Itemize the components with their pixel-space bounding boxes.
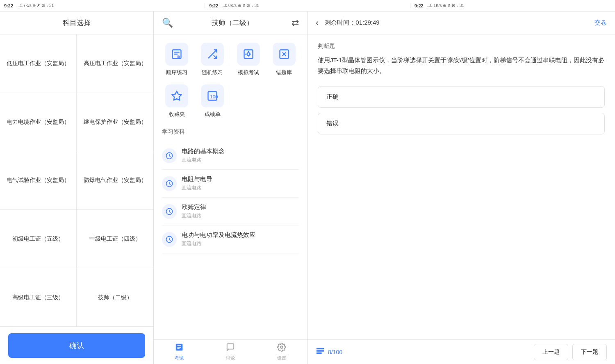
favorites-icon	[165, 84, 188, 107]
material-info: 电路的基本概念 直流电路	[182, 148, 299, 164]
question-text: 使用JT-1型晶体管图示仪，当阶梯选择开关置于'毫安/级'位置时，阶梯信号不会通…	[318, 55, 605, 76]
confirm-btn-area: 确认	[0, 327, 153, 364]
wrong-questions-label: 错题库	[276, 69, 292, 76]
nav-settings[interactable]: 设置	[256, 340, 307, 364]
practice-grid-1: 顺序练习 随机练习 模拟考试	[162, 43, 299, 76]
status-section-3: 9:22 ...0.1K/s ⊕ ✗ ⊠ ≈ 31	[410, 3, 615, 8]
status-section-2: 9:22 ...0.0K/s ⊕ ✗ ⊠ ≈ 31	[205, 3, 410, 8]
subject-item[interactable]: 高压电工作业（安监局）	[77, 34, 153, 93]
status-signals-1: ...1.7K/s ⊕ ✗ ⊠ ≈ 31	[16, 3, 54, 8]
practice-wrong-questions[interactable]: 错题库	[269, 43, 299, 76]
material-item[interactable]: 欧姆定律 直流电路	[162, 198, 299, 225]
subjects-grid: 低压电工作业（安监局）高压电工作业（安监局）电力电缆作业（安监局）继电保护作业（…	[0, 34, 153, 327]
status-signals-3: ...0.1K/s ⊕ ✗ ⊠ ≈ 31	[427, 3, 464, 8]
status-time-1: 9:22	[4, 3, 13, 8]
score-icon: 100	[201, 84, 224, 107]
status-time-3: 9:22	[415, 3, 424, 8]
settings-nav-icon	[277, 343, 286, 354]
practice-mock-exam[interactable]: 模拟考试	[234, 43, 263, 76]
material-name: 欧姆定律	[182, 203, 299, 211]
svg-point-21	[280, 346, 283, 348]
material-name: 电功与电功率及电流热效应	[182, 231, 299, 239]
tech-header: 🔍 技师（二级） ⇄	[154, 11, 307, 34]
material-name: 电路的基本概念	[182, 148, 299, 155]
panels-container: 科目选择 低压电工作业（安监局）高压电工作业（安监局）电力电缆作业（安监局）继电…	[0, 11, 615, 364]
answer-card[interactable]: 8/100	[316, 346, 530, 357]
score-label: 成绩单	[205, 111, 221, 118]
material-item[interactable]: 电路的基本概念 直流电路	[162, 142, 299, 170]
practice-score[interactable]: 100 成绩单	[198, 84, 227, 118]
status-section-1: 9:22 ...1.7K/s ⊕ ✗ ⊠ ≈ 31	[0, 3, 205, 8]
material-sub: 直流电路	[182, 184, 299, 191]
tech-content: 顺序练习 随机练习 模拟考试	[154, 34, 307, 339]
exam-body: 判断题 使用JT-1型晶体管图示仪，当阶梯选择开关置于'毫安/级'位置时，阶梯信…	[308, 34, 615, 339]
practice-random[interactable]: 随机练习	[198, 43, 227, 76]
answer-card-icon	[316, 346, 325, 357]
material-name: 电阻与电导	[182, 175, 299, 183]
subject-item[interactable]: 高级电工证（三级）	[0, 268, 77, 327]
material-info: 电功与电功率及电流热效应 直流电路	[182, 231, 299, 247]
nav-exam[interactable]: 考试	[154, 340, 205, 364]
confirm-button[interactable]: 确认	[8, 333, 145, 358]
material-info: 电阻与电导 直流电路	[182, 175, 299, 191]
subject-item[interactable]: 电力电缆作业（安监局）	[0, 93, 77, 152]
bottom-nav: 考试 讨论 设置	[154, 339, 307, 364]
mock-exam-label: 模拟考试	[238, 69, 259, 76]
panel-exam: ‹ 剩余时间：01:29:49 交卷 判断题 使用JT-1型晶体管图示仪，当阶梯…	[308, 11, 615, 364]
subject-item[interactable]: 低压电工作业（安监局）	[0, 34, 77, 93]
favorites-label: 收藏夹	[169, 111, 185, 118]
nav-discuss[interactable]: 讨论	[205, 340, 256, 364]
practice-sequential[interactable]: 顺序练习	[162, 43, 191, 76]
materials-list: 电路的基本概念 直流电路 电阻与电导 直流电路 欧姆定律 直流电路	[162, 142, 299, 253]
random-icon	[201, 43, 224, 66]
material-icon	[162, 204, 177, 219]
sequential-label: 顺序练习	[166, 69, 187, 76]
exam-back-button[interactable]: ‹	[316, 18, 319, 28]
exam-header: ‹ 剩余时间：01:29:49 交卷	[308, 11, 615, 34]
answer-card-progress: 8/100	[328, 349, 342, 355]
practice-favorites[interactable]: 收藏夹	[162, 84, 191, 118]
answer-option-wrong[interactable]: 错误	[318, 113, 605, 134]
prev-question-button[interactable]: 上一题	[534, 344, 568, 360]
status-time-2: 9:22	[209, 3, 218, 8]
discuss-nav-icon	[226, 343, 235, 354]
answer-option-correct[interactable]: 正确	[318, 86, 605, 108]
status-signals-2: ...0.0K/s ⊕ ✗ ⊠ ≈ 31	[221, 3, 259, 8]
question-type: 判断题	[318, 43, 605, 50]
settings-nav-label: 设置	[277, 355, 286, 361]
discuss-nav-label: 讨论	[226, 355, 235, 361]
exam-nav-label: 考试	[175, 355, 184, 361]
switch-icon[interactable]: ⇄	[292, 18, 299, 28]
material-sub: 直流电路	[182, 240, 299, 247]
exam-submit-button[interactable]: 交卷	[594, 19, 607, 27]
material-icon	[162, 176, 177, 191]
svg-text:100: 100	[210, 94, 219, 99]
material-sub: 直流电路	[182, 157, 299, 164]
subject-item[interactable]: 技师（二级）	[77, 268, 153, 327]
panel-subjects: 科目选择 低压电工作业（安监局）高压电工作业（安监局）电力电缆作业（安监局）继电…	[0, 11, 154, 364]
section-title: 学习资料	[162, 128, 299, 136]
sequential-icon	[165, 43, 188, 66]
search-icon[interactable]: 🔍	[162, 18, 173, 28]
exam-bottom: 8/100 上一题 下一题	[308, 339, 615, 364]
material-item[interactable]: 电阻与电导 直流电路	[162, 170, 299, 198]
svg-rect-24	[317, 353, 322, 354]
subject-item[interactable]: 继电保护作业（安监局）	[77, 93, 153, 152]
wrong-questions-icon	[273, 43, 296, 66]
mock-exam-icon	[237, 43, 260, 66]
practice-grid-2: 收藏夹 100 成绩单	[162, 84, 299, 118]
subject-item[interactable]: 防爆电气作业（安监局）	[77, 151, 153, 210]
material-sub: 直流电路	[182, 212, 299, 219]
subject-item[interactable]: 电气试验作业（安监局）	[0, 151, 77, 210]
svg-rect-23	[317, 350, 324, 352]
exam-nav-icon	[175, 343, 184, 354]
random-label: 随机练习	[202, 69, 223, 76]
subjects-title: 科目选择	[63, 18, 91, 27]
material-item[interactable]: 电功与电功率及电流热效应 直流电路	[162, 225, 299, 253]
subject-item[interactable]: 中级电工证（四级）	[77, 210, 153, 268]
next-question-button[interactable]: 下一题	[572, 344, 607, 360]
subject-item[interactable]: 初级电工证（五级）	[0, 210, 77, 268]
status-bar: 9:22 ...1.7K/s ⊕ ✗ ⊠ ≈ 31 9:22 ...0.0K/s…	[0, 0, 615, 11]
material-icon	[162, 148, 177, 163]
tech-title: 技师（二级）	[173, 18, 292, 27]
